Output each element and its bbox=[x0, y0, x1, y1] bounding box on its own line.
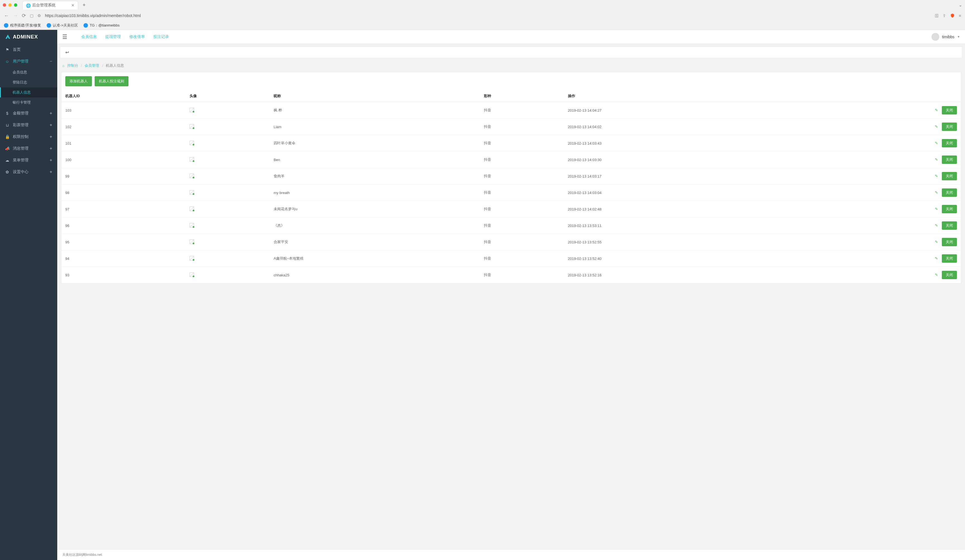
table-row: 93 chhaka25 抖音 2019-02-13 13:52:16 ✎ 关闭 bbox=[61, 267, 961, 283]
close-window[interactable] bbox=[3, 3, 6, 7]
expand-icon: + bbox=[50, 146, 52, 151]
sidebar-item-lottery-mgmt[interactable]: ⊔ 彩票管理 + bbox=[0, 119, 57, 131]
close-button[interactable]: 关闭 bbox=[942, 188, 957, 197]
broken-image-icon bbox=[190, 174, 194, 178]
forward-button[interactable]: → bbox=[13, 13, 18, 19]
breadcrumb-home[interactable]: 控制台 bbox=[67, 63, 78, 68]
back-button[interactable]: ← bbox=[4, 13, 9, 19]
sidebar-item-login-log[interactable]: 登陆日志 bbox=[0, 77, 57, 87]
logo[interactable]: ADMINEX bbox=[0, 30, 57, 44]
broken-image-icon bbox=[190, 124, 194, 129]
close-tab-icon[interactable]: ✕ bbox=[71, 3, 75, 8]
cell-type: 抖音 bbox=[480, 102, 564, 119]
bookmark-item[interactable]: 程序搭建/开发/修复 bbox=[4, 23, 41, 28]
close-button[interactable]: 关闭 bbox=[942, 155, 957, 164]
browser-chrome: 🌐 后台管理系统 ✕ + ⌄ ← → ⟳ ▢ ⚙ https://caipiao… bbox=[0, 0, 965, 30]
share-icon[interactable]: ⇪ bbox=[943, 13, 946, 18]
cloud-icon: ☁ bbox=[5, 158, 10, 162]
footer-text: 天美社区源码网timibbs.net bbox=[62, 553, 102, 557]
site-info-icon[interactable]: ⚙ bbox=[38, 13, 41, 18]
maximize-window[interactable] bbox=[14, 3, 17, 7]
sidebar-item-user-mgmt[interactable]: ☺ 用戶管理 − bbox=[0, 56, 57, 67]
cell-type: 抖音 bbox=[480, 234, 564, 250]
reload-button[interactable]: ⟳ bbox=[22, 13, 26, 19]
sidebar-item-bankcard[interactable]: 银行卡管理 bbox=[0, 98, 57, 108]
close-button[interactable]: 关闭 bbox=[942, 271, 957, 279]
edit-icon[interactable]: ✎ bbox=[935, 108, 938, 112]
back-icon[interactable]: ↩ bbox=[65, 50, 69, 55]
url-bar[interactable]: https://caipiao103.timibbs.vip/admin/mem… bbox=[45, 13, 931, 18]
cell-type: 抖音 bbox=[480, 119, 564, 135]
cell-id: 101 bbox=[61, 135, 186, 152]
edit-icon[interactable]: ✎ bbox=[935, 240, 938, 244]
sidebar-item-settings[interactable]: ✿ 设置中心 + bbox=[0, 166, 57, 178]
broken-image-icon bbox=[190, 141, 194, 145]
tab-modify-rate[interactable]: 修改倍率 bbox=[129, 34, 145, 39]
breadcrumb-current: 机器人信息 bbox=[106, 63, 124, 68]
edit-icon[interactable]: ✎ bbox=[935, 141, 938, 145]
menu-icon[interactable]: ≡ bbox=[959, 13, 961, 18]
back-bar: ↩ bbox=[60, 47, 962, 58]
table-row: 103 枫 桦 抖音 2019-02-13 14:04:27 ✎ 关闭 bbox=[61, 102, 961, 119]
lock-icon: 🔒 bbox=[5, 135, 10, 139]
close-button[interactable]: 关闭 bbox=[942, 221, 957, 230]
close-button[interactable]: 关闭 bbox=[942, 205, 957, 213]
expand-icon: + bbox=[50, 122, 52, 127]
table-row: 95 合家平安 抖音 2019-02-13 13:52:55 ✎ 关闭 bbox=[61, 234, 961, 250]
brave-shield-icon[interactable] bbox=[950, 13, 955, 18]
minimize-window[interactable] bbox=[8, 3, 12, 7]
sidebar-item-menu-mgmt[interactable]: ☁ 菜单管理 + bbox=[0, 154, 57, 166]
tab-bet-record[interactable]: 投注记录 bbox=[153, 34, 169, 39]
broken-image-icon bbox=[190, 223, 194, 227]
bookmark-icon[interactable]: ▢ bbox=[30, 13, 34, 18]
sidebar-item-message-mgmt[interactable]: 📣 消息管理 + bbox=[0, 143, 57, 154]
new-tab-button[interactable]: + bbox=[80, 2, 88, 8]
cell-type: 抖音 bbox=[480, 135, 564, 152]
caret-down-icon: ▼ bbox=[957, 35, 960, 38]
broken-image-icon bbox=[190, 207, 194, 211]
edit-icon[interactable]: ✎ bbox=[935, 256, 938, 260]
home-icon: ⌂ bbox=[62, 64, 64, 68]
tab-withdraw-mgmt[interactable]: 提现管理 bbox=[105, 34, 121, 39]
edit-icon[interactable]: ✎ bbox=[935, 157, 938, 162]
bookmark-item[interactable]: 认准->天美社区 bbox=[47, 23, 78, 28]
sidebar-item-home[interactable]: ⚑ 首页 bbox=[0, 44, 57, 56]
cell-avatar bbox=[186, 267, 270, 283]
expand-icon: + bbox=[50, 158, 52, 163]
edit-icon[interactable]: ✎ bbox=[935, 190, 938, 194]
browser-tab[interactable]: 🌐 后台管理系统 ✕ bbox=[22, 1, 78, 10]
edit-icon[interactable]: ✎ bbox=[935, 174, 938, 178]
expand-tabs-icon[interactable]: ⌄ bbox=[959, 3, 962, 7]
panel-actions: 添加机器人 机器人投注规则 bbox=[61, 72, 961, 90]
expand-icon: + bbox=[50, 111, 52, 116]
dollar-icon: $ bbox=[5, 111, 10, 116]
close-button[interactable]: 关闭 bbox=[942, 139, 957, 147]
robot-bet-rules-button[interactable]: 机器人投注规则 bbox=[95, 76, 128, 86]
add-robot-button[interactable]: 添加机器人 bbox=[65, 76, 92, 86]
close-button[interactable]: 关闭 bbox=[942, 254, 957, 263]
close-button[interactable]: 关闭 bbox=[942, 106, 957, 114]
breadcrumb-parent[interactable]: 会员管理 bbox=[85, 63, 99, 68]
sidebar-item-permission[interactable]: 🔒 权限控制 + bbox=[0, 131, 57, 143]
sidebar-item-robot-info[interactable]: 机器人信息 bbox=[0, 87, 57, 98]
edit-icon[interactable]: ✎ bbox=[935, 223, 938, 227]
sidebar-item-member-info[interactable]: 会员信息 bbox=[0, 67, 57, 77]
user-menu[interactable]: timibbs ▼ bbox=[931, 33, 960, 41]
sidebar-item-money-mgmt[interactable]: $ 金额管理 + bbox=[0, 108, 57, 119]
cell-nick: Liam bbox=[270, 119, 480, 135]
close-button[interactable]: 关闭 bbox=[942, 122, 957, 131]
main-content: ☰ 会员信息 提现管理 修改倍率 投注记录 timibbs ▼ ↩ ⌂ 控制台 … bbox=[57, 30, 965, 560]
bullhorn-icon: 📣 bbox=[5, 146, 10, 151]
close-button[interactable]: 关闭 bbox=[942, 238, 957, 246]
broken-image-icon bbox=[190, 240, 194, 244]
tab-member-info[interactable]: 会员信息 bbox=[81, 34, 97, 39]
key-icon[interactable]: ⚿ bbox=[935, 13, 939, 18]
hamburger-icon[interactable]: ☰ bbox=[62, 34, 67, 40]
edit-icon[interactable]: ✎ bbox=[935, 207, 938, 211]
close-button[interactable]: 关闭 bbox=[942, 172, 957, 180]
edit-icon[interactable]: ✎ bbox=[935, 124, 938, 129]
footer: 天美社区源码网timibbs.net bbox=[57, 549, 965, 560]
edit-icon[interactable]: ✎ bbox=[935, 273, 938, 277]
bookmark-item[interactable]: TG：@tianmeibbs bbox=[83, 23, 119, 28]
cell-nick: 枫 桦 bbox=[270, 102, 480, 119]
